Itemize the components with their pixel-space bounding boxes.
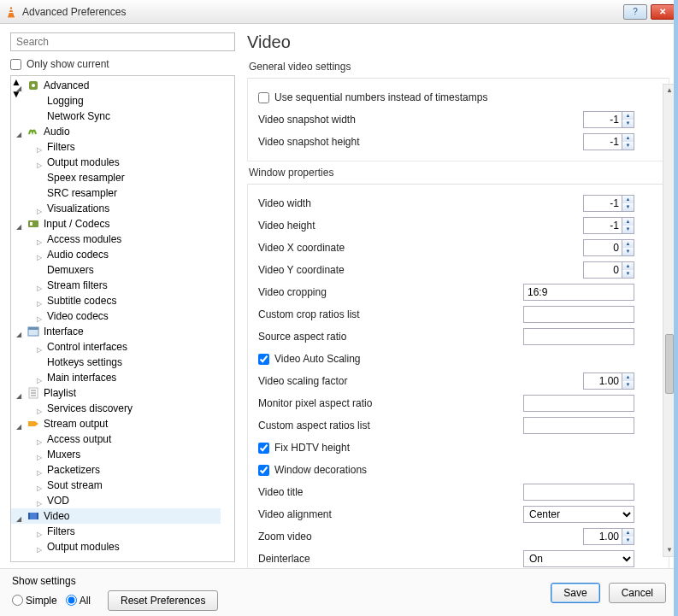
video-title-input[interactable] [523,484,634,501]
caret-closed-icon[interactable] [37,143,45,151]
window-resize-edge[interactable] [674,0,678,616]
caret-open-icon[interactable] [16,220,25,228]
snap-width-input[interactable]: ▲▼ [583,111,634,128]
tree-item[interactable]: Hotkeys settings [11,355,221,370]
scrollbar-thumb[interactable] [665,334,674,394]
caret-open-icon[interactable] [16,512,25,520]
reset-button[interactable]: Reset Preferences [108,590,218,611]
search-input[interactable] [10,32,235,51]
caret-open-icon[interactable] [16,327,25,336]
monitor-par-input[interactable] [523,395,634,412]
tree-item[interactable]: Advanced [11,78,221,93]
scaling-factor-input[interactable]: ▲▼ [583,373,634,390]
tree-item[interactable]: Demuxers [11,262,221,278]
all-radio[interactable]: All [66,595,91,607]
simple-radio[interactable]: Simple [12,595,57,607]
zoom-input[interactable]: ▲▼ [583,528,634,545]
svg-rect-2 [9,9,13,10]
caret-open-icon[interactable] [16,81,25,90]
video-align-select[interactable]: Center [523,506,634,523]
page-title: Video [247,32,669,52]
caret-closed-icon[interactable] [37,527,45,536]
tree-item[interactable]: Stream filters [11,278,221,293]
tree-item[interactable]: Packetizers [11,462,221,478]
video-cropping-input[interactable] [523,284,634,301]
caret-closed-icon[interactable] [37,435,45,443]
tree-item[interactable]: VOD [11,493,221,508]
caret-closed-icon[interactable] [37,281,45,290]
tree-item[interactable]: Output modules [11,539,221,554]
tree-item[interactable]: Filters [11,524,221,539]
caret-none [37,112,45,120]
help-button[interactable]: ? [623,4,647,20]
video-y-input[interactable]: ▲▼ [583,261,634,279]
tree-item[interactable]: Visualizations [11,201,221,216]
tree-item[interactable]: Audio codecs [11,247,221,262]
tree-item[interactable]: Access modules [11,232,221,247]
cancel-button[interactable]: Cancel [609,583,666,603]
custom-crop-input[interactable] [523,306,634,323]
caret-closed-icon[interactable] [37,312,45,320]
caret-closed-icon[interactable] [37,466,45,474]
caret-closed-icon[interactable] [37,496,45,505]
tree-item[interactable]: Speex resampler [11,170,221,185]
tree-item[interactable]: SRC resampler [11,185,221,201]
auto-scaling-checkbox[interactable] [258,354,269,365]
video-x-label: Video X coordinate [258,242,583,254]
svg-rect-6 [28,220,38,227]
caret-closed-icon[interactable] [37,543,45,551]
source-aspect-input[interactable] [523,328,634,345]
seq-numbers-checkbox[interactable] [258,92,269,103]
caret-closed-icon[interactable] [37,404,45,413]
tree-item[interactable]: Main interfaces [11,370,221,385]
tree-item[interactable]: Sout stream [11,478,221,493]
caret-closed-icon[interactable] [37,235,45,243]
caret-open-icon[interactable] [16,127,25,136]
tree-item[interactable]: Access output [11,431,221,447]
caret-closed-icon[interactable] [37,296,45,305]
caret-closed-icon[interactable] [37,373,45,382]
tree-item-label: Control interfaces [47,341,127,353]
caret-closed-icon[interactable] [37,343,45,351]
spin-up-icon[interactable]: ▲ [622,112,634,120]
tree-item[interactable]: Output modules [11,155,221,170]
video-x-input[interactable]: ▲▼ [583,239,634,256]
tree-item[interactable]: Input / Codecs [11,216,221,232]
snap-height-input[interactable]: ▲▼ [583,133,634,150]
tree-item[interactable]: Video codecs [11,308,221,324]
tree-item[interactable]: Filters [11,139,221,155]
tree-item[interactable]: Subtitle codecs [11,293,221,308]
caret-open-icon[interactable] [16,419,25,428]
video-height-input[interactable]: ▲▼ [583,217,634,234]
tree-item[interactable]: Playlist [11,385,221,401]
close-button[interactable]: ✕ [651,4,675,20]
tree-item[interactable]: Muxers [11,447,221,462]
tree-item[interactable]: Interface [11,324,221,339]
video-title-label: Video title [258,486,523,498]
window-dec-label: Window decorations [274,464,634,476]
tree-item[interactable]: Logging [11,93,221,109]
fix-hdtv-checkbox[interactable] [258,443,269,454]
group-general: Use sequential numbers instead of timest… [247,78,669,161]
spin-down-icon[interactable]: ▼ [622,120,634,127]
show-settings-label: Show settings [12,575,218,587]
save-button[interactable]: Save [551,583,599,603]
only-show-current[interactable]: Only show current [10,58,235,70]
tree-item[interactable]: Audio [11,124,221,139]
tree-item[interactable]: Services discovery [11,401,221,416]
only-show-current-checkbox[interactable] [10,59,21,70]
tree-item[interactable]: Control interfaces [11,339,221,355]
video-width-input[interactable]: ▲▼ [583,195,634,212]
tree-item[interactable]: Stream output [11,416,221,431]
caret-closed-icon[interactable] [37,158,45,167]
caret-closed-icon[interactable] [37,450,45,459]
caret-closed-icon[interactable] [37,481,45,490]
caret-closed-icon[interactable] [37,204,45,213]
window-dec-checkbox[interactable] [258,465,269,476]
caret-open-icon[interactable] [16,389,25,397]
caret-closed-icon[interactable] [37,250,45,259]
tree-item[interactable]: Video [11,508,221,524]
custom-aspect-input[interactable] [523,417,634,434]
deinterlace-select[interactable]: On [523,550,634,567]
tree-item[interactable]: Network Sync [11,109,221,124]
